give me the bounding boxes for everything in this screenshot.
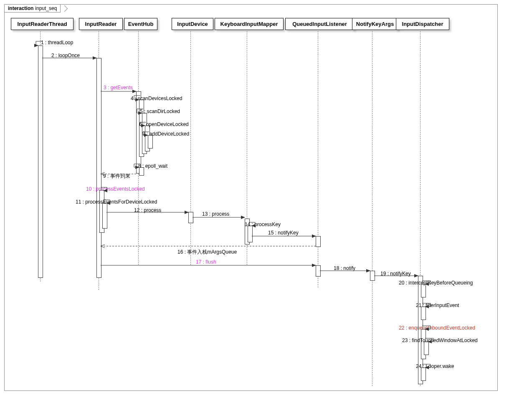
msg-12: 12 : process	[134, 207, 161, 213]
activation-p2	[96, 58, 101, 278]
participant-inputdispatcher: InputDispatcher	[396, 18, 449, 30]
participant-eventhub: EventHub	[124, 18, 157, 30]
participant-inputdevice: InputDevice	[172, 18, 213, 30]
lifeline-p4	[190, 31, 191, 265]
sequence-frame: interaction input_seq InputReaderThread …	[4, 4, 498, 391]
activation-p1	[38, 45, 43, 278]
msg-15: 15 : notifyKey	[268, 230, 299, 236]
frame-name: input_seq	[35, 5, 57, 11]
participant-queuedinputlistener: QueuedInputListener	[285, 18, 354, 30]
msg-4: 4 : scanDevicesLocked	[131, 96, 182, 101]
frame-keyword: interaction	[8, 5, 33, 11]
msg-5: 5 : scanDirLocked	[140, 108, 180, 114]
activation-p7	[370, 271, 375, 281]
participant-notifykeyargs: NotifyKeyArgs	[352, 18, 398, 30]
participant-inputreader: InputReader	[79, 18, 123, 30]
activation-p8e	[424, 342, 429, 355]
msg-10: 10 : processEventsLocked	[86, 186, 145, 192]
msg-1: 1 : threadLoop	[41, 40, 73, 45]
msg-9: 9 : 事件到来	[103, 173, 130, 180]
activation-p2c	[102, 203, 107, 229]
msg-3: 3 : getEvents	[104, 85, 133, 91]
msg-13: 13 : process	[202, 211, 229, 217]
lifeline-p7	[372, 31, 372, 386]
activation-p4	[188, 212, 193, 223]
activation-p8b	[421, 284, 426, 297]
msg-24: 24 : Looper.wake	[416, 363, 454, 369]
activation-p8c	[421, 307, 426, 320]
activation-p5b	[248, 226, 253, 242]
activation-p6b	[316, 265, 321, 277]
msg-16: 16 : 事件入栈mArgsQueue	[177, 249, 237, 256]
participant-keyboardinputmapper: KeyboardInputMapper	[215, 18, 284, 30]
msg-7: 7 : addDeviceLocked	[142, 131, 189, 137]
msg-6: 6 : openDeviceLocked	[139, 121, 189, 127]
msg-14: 14 : processKey	[245, 222, 281, 227]
msg-8: 8 : epoll_wait	[138, 163, 167, 169]
msg-23: 23 : findTouchedWindowAtLocked	[402, 337, 478, 343]
frame-tab: interaction input_seq	[5, 5, 61, 13]
msg-11: 11 : processEventsForDeviceLocked	[76, 199, 157, 205]
activation-p3e	[148, 135, 153, 149]
activation-p6	[316, 236, 321, 247]
lifeline-p6	[318, 31, 318, 287]
msg-20: 20 : interceptKeyBeforeQueueing	[399, 280, 473, 286]
msg-18: 18 : notify	[334, 265, 355, 271]
activation-p8f	[421, 368, 426, 381]
participant-inputreaderthread: InputReaderThread	[11, 18, 73, 30]
msg-19: 19 : notifyKey	[380, 271, 411, 277]
msg-22: 22 : enqueueInboundEventLocked	[399, 325, 475, 331]
msg-21: 21 : filterInputEvent	[416, 302, 459, 308]
tab-notch	[61, 5, 68, 12]
msg-17: 17 : flush	[196, 259, 216, 265]
msg-2: 2 : loopOnce	[51, 53, 80, 58]
